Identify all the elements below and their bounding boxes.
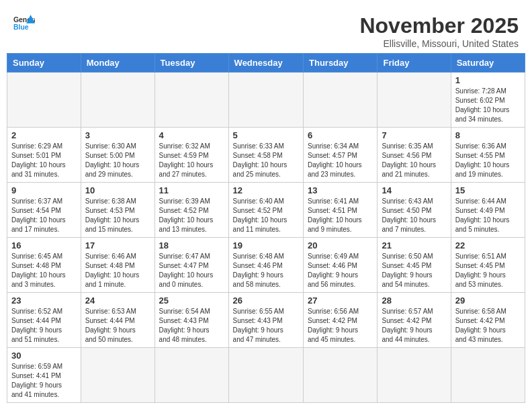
calendar-cell: 21Sunrise: 6:50 AM Sunset: 4:45 PM Dayli…	[378, 238, 451, 293]
day-number: 17	[85, 240, 150, 250]
day-info: Sunrise: 6:36 AM Sunset: 4:55 PM Dayligh…	[455, 142, 521, 179]
day-number: 6	[308, 130, 373, 140]
day-number: 9	[11, 185, 77, 195]
calendar-week-row: 2Sunrise: 6:29 AM Sunset: 5:01 PM Daylig…	[7, 128, 525, 183]
day-info: Sunrise: 6:30 AM Sunset: 5:00 PM Dayligh…	[85, 142, 150, 179]
calendar-week-row: 30Sunrise: 6:59 AM Sunset: 4:41 PM Dayli…	[7, 348, 525, 403]
day-info: Sunrise: 6:32 AM Sunset: 4:59 PM Dayligh…	[159, 142, 224, 179]
day-info: Sunrise: 6:33 AM Sunset: 4:58 PM Dayligh…	[233, 142, 299, 179]
calendar-cell	[154, 348, 228, 403]
calendar-cell: 6Sunrise: 6:34 AM Sunset: 4:57 PM Daylig…	[304, 128, 378, 183]
calendar-cell	[154, 73, 228, 128]
calendar-cell	[451, 348, 525, 403]
day-number: 1	[455, 75, 521, 85]
day-info: Sunrise: 6:46 AM Sunset: 4:48 PM Dayligh…	[85, 252, 150, 289]
logo: General Blue	[13, 13, 35, 32]
day-info: Sunrise: 6:53 AM Sunset: 4:44 PM Dayligh…	[85, 307, 150, 345]
day-info: Sunrise: 6:58 AM Sunset: 4:42 PM Dayligh…	[455, 307, 521, 345]
weekday-header: Sunday	[7, 54, 81, 73]
calendar-cell: 3Sunrise: 6:30 AM Sunset: 5:00 PM Daylig…	[81, 128, 154, 183]
day-info: Sunrise: 6:43 AM Sunset: 4:50 PM Dayligh…	[382, 197, 446, 234]
weekday-header: Thursday	[304, 54, 378, 73]
calendar-week-row: 1Sunrise: 7:28 AM Sunset: 6:02 PM Daylig…	[7, 73, 525, 128]
day-number: 11	[159, 185, 224, 195]
calendar-week-row: 9Sunrise: 6:37 AM Sunset: 4:54 PM Daylig…	[7, 183, 525, 238]
day-info: Sunrise: 6:48 AM Sunset: 4:46 PM Dayligh…	[233, 252, 299, 289]
day-number: 7	[382, 130, 446, 140]
day-info: Sunrise: 6:51 AM Sunset: 4:45 PM Dayligh…	[455, 252, 521, 289]
day-number: 12	[233, 185, 299, 195]
day-info: Sunrise: 6:38 AM Sunset: 4:53 PM Dayligh…	[85, 197, 150, 234]
weekday-header: Saturday	[451, 54, 525, 73]
calendar-cell: 26Sunrise: 6:55 AM Sunset: 4:43 PM Dayli…	[228, 293, 303, 348]
calendar-table: SundayMondayTuesdayWednesdayThursdayFrid…	[7, 53, 525, 403]
day-number: 29	[455, 295, 521, 306]
day-info: Sunrise: 6:40 AM Sunset: 4:52 PM Dayligh…	[233, 197, 299, 234]
calendar-cell	[228, 73, 303, 128]
day-number: 27	[308, 295, 373, 306]
calendar-cell: 7Sunrise: 6:35 AM Sunset: 4:56 PM Daylig…	[378, 128, 451, 183]
month-title: November 2025	[359, 13, 519, 38]
day-number: 19	[233, 240, 299, 250]
day-number: 10	[85, 185, 150, 195]
calendar-cell: 20Sunrise: 6:49 AM Sunset: 4:46 PM Dayli…	[304, 238, 378, 293]
day-info: Sunrise: 6:54 AM Sunset: 4:43 PM Dayligh…	[159, 307, 224, 345]
day-number: 26	[233, 295, 299, 306]
calendar-cell: 17Sunrise: 6:46 AM Sunset: 4:48 PM Dayli…	[81, 238, 154, 293]
day-info: Sunrise: 6:37 AM Sunset: 4:54 PM Dayligh…	[11, 197, 77, 234]
day-info: Sunrise: 6:45 AM Sunset: 4:48 PM Dayligh…	[11, 252, 77, 289]
day-number: 8	[455, 130, 521, 140]
calendar-cell: 30Sunrise: 6:59 AM Sunset: 4:41 PM Dayli…	[7, 348, 81, 403]
calendar-cell: 23Sunrise: 6:52 AM Sunset: 4:44 PM Dayli…	[7, 293, 81, 348]
day-info: Sunrise: 6:44 AM Sunset: 4:49 PM Dayligh…	[455, 197, 521, 234]
calendar-cell: 1Sunrise: 7:28 AM Sunset: 6:02 PM Daylig…	[451, 73, 525, 128]
calendar-cell: 24Sunrise: 6:53 AM Sunset: 4:44 PM Dayli…	[81, 293, 154, 348]
day-info: Sunrise: 6:50 AM Sunset: 4:45 PM Dayligh…	[382, 252, 446, 289]
calendar-cell: 4Sunrise: 6:32 AM Sunset: 4:59 PM Daylig…	[154, 128, 228, 183]
calendar-cell	[81, 348, 154, 403]
day-number: 16	[11, 240, 77, 250]
calendar-cell: 18Sunrise: 6:47 AM Sunset: 4:47 PM Dayli…	[154, 238, 228, 293]
weekday-header: Friday	[378, 54, 451, 73]
calendar-cell	[81, 73, 154, 128]
calendar-cell: 2Sunrise: 6:29 AM Sunset: 5:01 PM Daylig…	[7, 128, 81, 183]
day-info: Sunrise: 6:59 AM Sunset: 4:41 PM Dayligh…	[11, 362, 77, 400]
day-info: Sunrise: 6:55 AM Sunset: 4:43 PM Dayligh…	[233, 307, 299, 345]
title-block: November 2025 Ellisville, Missouri, Unit…	[359, 13, 519, 49]
day-number: 18	[159, 240, 224, 250]
calendar-cell: 10Sunrise: 6:38 AM Sunset: 4:53 PM Dayli…	[81, 183, 154, 238]
day-number: 21	[382, 240, 446, 250]
page-header: General Blue November 2025 Ellisville, M…	[7, 7, 525, 53]
calendar-cell: 15Sunrise: 6:44 AM Sunset: 4:49 PM Dayli…	[451, 183, 525, 238]
calendar-cell: 9Sunrise: 6:37 AM Sunset: 4:54 PM Daylig…	[7, 183, 81, 238]
weekday-header-row: SundayMondayTuesdayWednesdayThursdayFrid…	[7, 54, 525, 73]
calendar-cell: 12Sunrise: 6:40 AM Sunset: 4:52 PM Dayli…	[228, 183, 303, 238]
calendar-cell: 22Sunrise: 6:51 AM Sunset: 4:45 PM Dayli…	[451, 238, 525, 293]
location-label: Ellisville, Missouri, United States	[359, 38, 519, 49]
calendar-cell	[304, 73, 378, 128]
day-number: 2	[11, 130, 77, 140]
calendar-cell: 28Sunrise: 6:57 AM Sunset: 4:42 PM Dayli…	[378, 293, 451, 348]
day-info: Sunrise: 6:52 AM Sunset: 4:44 PM Dayligh…	[11, 307, 77, 345]
calendar-cell	[7, 73, 81, 128]
calendar-cell: 29Sunrise: 6:58 AM Sunset: 4:42 PM Dayli…	[451, 293, 525, 348]
calendar-cell: 19Sunrise: 6:48 AM Sunset: 4:46 PM Dayli…	[228, 238, 303, 293]
day-info: Sunrise: 6:56 AM Sunset: 4:42 PM Dayligh…	[308, 307, 373, 345]
calendar-cell: 8Sunrise: 6:36 AM Sunset: 4:55 PM Daylig…	[451, 128, 525, 183]
day-info: Sunrise: 6:57 AM Sunset: 4:42 PM Dayligh…	[382, 307, 446, 345]
calendar-cell	[304, 348, 378, 403]
day-number: 3	[85, 130, 150, 140]
calendar-cell: 5Sunrise: 6:33 AM Sunset: 4:58 PM Daylig…	[228, 128, 303, 183]
weekday-header: Tuesday	[154, 54, 228, 73]
day-number: 4	[159, 130, 224, 140]
calendar-week-row: 23Sunrise: 6:52 AM Sunset: 4:44 PM Dayli…	[7, 293, 525, 348]
calendar-cell: 27Sunrise: 6:56 AM Sunset: 4:42 PM Dayli…	[304, 293, 378, 348]
day-number: 30	[11, 351, 77, 361]
calendar-cell	[378, 73, 451, 128]
day-info: Sunrise: 6:47 AM Sunset: 4:47 PM Dayligh…	[159, 252, 224, 289]
day-number: 5	[233, 130, 299, 140]
day-info: Sunrise: 6:34 AM Sunset: 4:57 PM Dayligh…	[308, 142, 373, 179]
day-info: Sunrise: 7:28 AM Sunset: 6:02 PM Dayligh…	[455, 87, 521, 124]
calendar-cell	[228, 348, 303, 403]
calendar-cell: 25Sunrise: 6:54 AM Sunset: 4:43 PM Dayli…	[154, 293, 228, 348]
